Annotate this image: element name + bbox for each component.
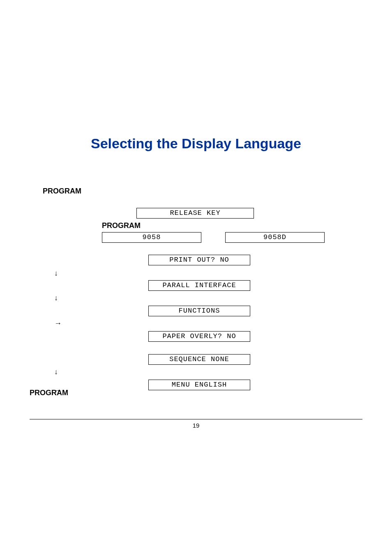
footer-rule (30, 419, 362, 419)
lcd-functions: FUNCTIONS (148, 306, 250, 316)
label-program-bottom: PROGRAM (30, 389, 68, 397)
label-program-mid: PROGRAM (102, 221, 141, 230)
lcd-paper-overly: PAPER OVERLY? NO (148, 331, 250, 342)
arrow-right-1: → (54, 319, 62, 328)
lcd-release-key: RELEASE KEY (136, 208, 254, 219)
arrow-down-1: ↓ (54, 269, 58, 278)
page-number: 19 (0, 422, 392, 429)
page-title: Selecting the Display Language (0, 136, 392, 152)
lcd-menu-english: MENU ENGLISH (148, 380, 250, 390)
lcd-print-out: PRINT OUT? NO (148, 255, 250, 265)
lcd-parall-interface: PARALL INTERFACE (148, 280, 250, 291)
arrow-down-2: ↓ (54, 294, 58, 302)
lcd-model-9058: 9058 (102, 232, 201, 243)
lcd-model-9058d: 9058D (225, 232, 325, 243)
label-program-top: PROGRAM (43, 187, 81, 196)
lcd-sequence: SEQUENCE NONE (148, 354, 250, 365)
arrow-down-3: ↓ (54, 368, 58, 376)
